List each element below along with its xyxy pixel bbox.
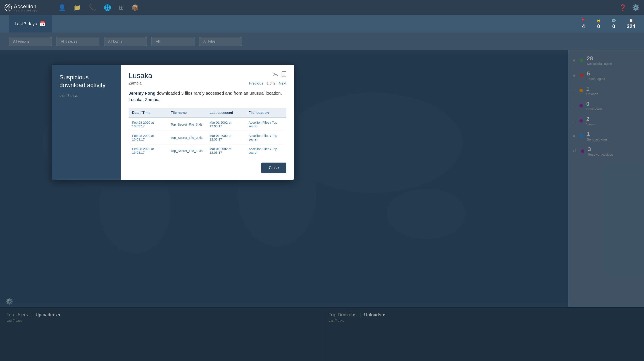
globe-icon[interactable]: 🌐 bbox=[104, 4, 111, 11]
sub-header: Last 7 days 📅 🚩 4 🔒 0 ⚙️ 0 📋 324 bbox=[0, 15, 644, 32]
modal-table: Date / Time File name Last accessed File… bbox=[128, 108, 286, 157]
date-range-label: Last 7 days bbox=[15, 22, 37, 26]
col-file-location: File location bbox=[245, 108, 286, 118]
row1-file-location: Accellion Files / Top secret bbox=[245, 118, 286, 131]
stat-lock: 🔒 0 bbox=[596, 18, 601, 30]
grid-icon[interactable]: ⊞ bbox=[119, 4, 124, 11]
date-range-button[interactable]: Last 7 days 📅 bbox=[9, 15, 52, 32]
row1-datetime: Feb 28 2020 at 16:03:17 bbox=[128, 118, 167, 131]
row2-filename: Top_Secret_File_2.xls bbox=[167, 131, 206, 144]
close-button[interactable]: Close bbox=[261, 162, 286, 173]
document-icon[interactable] bbox=[282, 71, 286, 78]
modal-country-nav: Zambia Previous 1 of 2 Next bbox=[128, 81, 286, 86]
logo-icon bbox=[4, 4, 12, 12]
row2-file-location: Accellion Files / Top secret bbox=[245, 131, 286, 144]
main-content: All regions All devices All logins All A… bbox=[0, 32, 644, 361]
row1-filename: Top_Secret_File_3.xls bbox=[167, 118, 206, 131]
col-last-accessed: Last accessed bbox=[206, 108, 245, 118]
stat-gear: ⚙️ 0 bbox=[612, 18, 616, 30]
nav-icons: 👤 📁 📞 🌐 ⊞ 📦 bbox=[58, 4, 613, 11]
previous-button[interactable]: Previous bbox=[249, 81, 263, 86]
calendar-icon: 📅 bbox=[39, 21, 46, 27]
stat-lock-value: 0 bbox=[597, 23, 600, 30]
stat-flag: 🚩 4 bbox=[581, 18, 586, 30]
lock-icon: 🔒 bbox=[596, 18, 601, 22]
modal-description: Jeremy Fong downloaded 3 files rarely ac… bbox=[128, 90, 286, 103]
modal-location: Lusaka, Zambia. bbox=[128, 97, 160, 102]
doc-icon: 📋 bbox=[629, 18, 633, 22]
logo-text: Accellion bbox=[14, 4, 38, 10]
row3-filename: Top_Secret_File_1.xls bbox=[167, 144, 206, 157]
row3-datetime: Feb 28 2020 at 16:03:17 bbox=[128, 144, 167, 157]
next-button[interactable]: Next bbox=[279, 81, 286, 86]
table-header-row: Date / Time File name Last accessed File… bbox=[128, 108, 286, 118]
row3-last-accessed: Mar 01 2002 at 12:03:17 bbox=[206, 144, 245, 157]
table-row: Feb 28 2020 at 16:03:17 Top_Secret_File_… bbox=[128, 144, 286, 157]
help-icon[interactable]: ❓ bbox=[619, 4, 627, 11]
stat-flag-value: 4 bbox=[582, 23, 585, 30]
top-nav: Accellion ADMIN CONSOLE 👤 📁 📞 🌐 ⊞ 📦 ❓ ⚙️ bbox=[0, 0, 644, 15]
modal-header-icons bbox=[273, 71, 286, 78]
table-row: Feb 28 2020 at 16:03:17 Top_Secret_File_… bbox=[128, 131, 286, 144]
person-icon[interactable]: 👤 bbox=[58, 4, 66, 11]
modal-left-title: Suspicious download activity bbox=[60, 74, 114, 89]
table-row: Feb 28 2020 at 16:03:17 Top_Secret_File_… bbox=[128, 118, 286, 131]
col-filename: File name bbox=[167, 108, 206, 118]
row2-datetime: Feb 28 2020 at 16:03:17 bbox=[128, 131, 167, 144]
phone-icon[interactable]: 📞 bbox=[88, 4, 96, 11]
row3-file-location: Accellion Files / Top secret bbox=[245, 144, 286, 157]
folder-icon[interactable]: 📁 bbox=[74, 4, 81, 11]
header-stats: 🚩 4 🔒 0 ⚙️ 0 📋 324 bbox=[581, 18, 635, 30]
logo-subtitle: ADMIN CONSOLE bbox=[14, 10, 38, 12]
modal-left-subtitle: Last 7 days bbox=[60, 94, 114, 98]
modal-country: Zambia bbox=[128, 81, 142, 86]
modal-right-panel: Lusaka bbox=[121, 65, 294, 180]
modal-right-header: Lusaka bbox=[128, 71, 286, 80]
stat-doc-value: 324 bbox=[627, 23, 635, 30]
modal-navigation: Previous 1 of 2 Next bbox=[249, 81, 286, 86]
modal-left-panel: Suspicious download activity Last 7 days bbox=[52, 65, 121, 180]
flag-icon: 🚩 bbox=[581, 18, 586, 22]
col-datetime: Date / Time bbox=[128, 108, 167, 118]
stat-gear-value: 0 bbox=[612, 23, 615, 30]
hide-icon[interactable] bbox=[273, 72, 278, 78]
modal-page-indicator: 1 of 2 bbox=[267, 82, 275, 86]
settings-icon[interactable]: ⚙️ bbox=[632, 4, 640, 11]
modal-action-description: downloaded 3 files rarely accessed and f… bbox=[157, 91, 282, 96]
row2-last-accessed: Mar 01 2002 at 12:03:17 bbox=[206, 131, 245, 144]
modal-city: Lusaka bbox=[128, 71, 152, 80]
nav-right: ❓ ⚙️ bbox=[619, 4, 640, 11]
modal-user-name: Jeremy Fong bbox=[128, 91, 156, 96]
gear-stat-icon: ⚙️ bbox=[612, 18, 616, 22]
stat-doc: 📋 324 bbox=[627, 18, 635, 30]
logo: Accellion ADMIN CONSOLE bbox=[4, 4, 52, 12]
modal-dialog: Suspicious download activity Last 7 days… bbox=[52, 65, 294, 180]
box-icon[interactable]: 📦 bbox=[132, 4, 139, 11]
modal-footer: Close bbox=[128, 162, 286, 173]
row1-last-accessed: Mar 01 2002 at 12:03:17 bbox=[206, 118, 245, 131]
